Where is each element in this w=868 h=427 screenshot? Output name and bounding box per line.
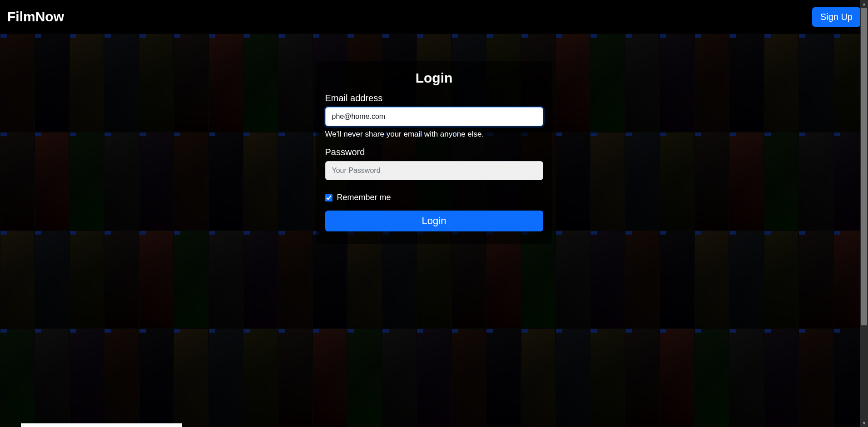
footer-stub <box>21 423 182 427</box>
email-help-text: We'll never share your email with anyone… <box>325 130 543 139</box>
login-panel: Login Email address We'll never share yo… <box>316 61 552 244</box>
scroll-down-icon[interactable]: ▼ <box>860 419 868 427</box>
scroll-up-icon[interactable]: ▲ <box>860 0 868 8</box>
login-title: Login <box>325 70 543 86</box>
login-button[interactable]: Login <box>325 211 543 231</box>
email-group: Email address We'll never share your ema… <box>325 93 543 139</box>
email-label: Email address <box>325 93 543 103</box>
vertical-scrollbar[interactable]: ▲ ▼ <box>860 0 868 427</box>
email-field[interactable] <box>325 107 543 126</box>
remember-row: Remember me <box>325 193 543 202</box>
remember-label[interactable]: Remember me <box>337 193 391 202</box>
remember-checkbox[interactable] <box>325 194 332 201</box>
password-label: Password <box>325 147 543 157</box>
password-field[interactable] <box>325 161 543 180</box>
password-group: Password <box>325 147 543 180</box>
navbar: FilmNow Sign Up <box>0 0 868 34</box>
signup-button[interactable]: Sign Up <box>812 7 861 27</box>
scrollbar-thumb[interactable] <box>861 8 867 325</box>
brand-logo[interactable]: FilmNow <box>7 9 64 25</box>
